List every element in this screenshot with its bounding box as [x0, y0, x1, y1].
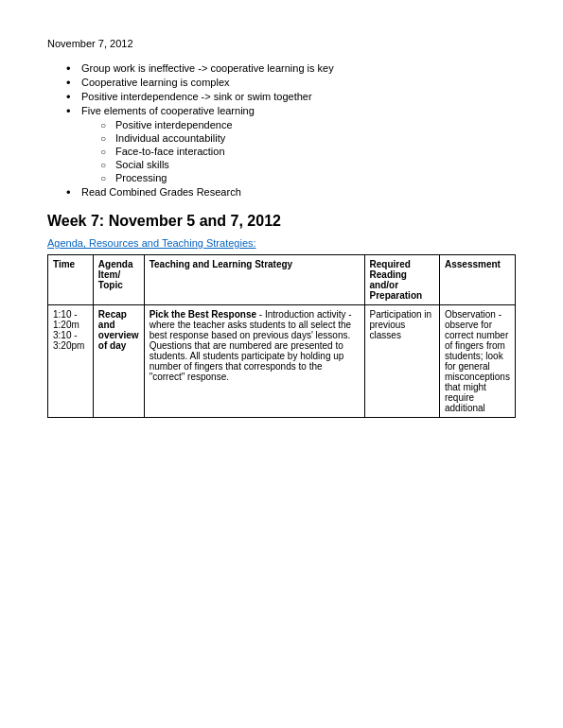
cell-required: Participation in previous classes	[364, 305, 439, 418]
sub-item-2: Individual accountability	[100, 132, 516, 144]
sub-item-4: Social skills	[100, 159, 516, 170]
cell-strategy-text: - Introduction activity - where the teac…	[150, 309, 352, 382]
date: November 7, 2012	[47, 38, 516, 49]
bullet-item-5: Read Combined Grades Research	[66, 186, 516, 198]
table-header-row: Time Agenda Item/ Topic Teaching and Lea…	[48, 255, 516, 305]
header-assessment: Assessment	[439, 255, 515, 305]
header-time: Time	[48, 255, 94, 305]
cell-strategy-bold: Pick the Best Response	[150, 309, 256, 320]
table-row: 1:10 - 1:20m 3:10 - 3:20pm Recap and ove…	[48, 305, 516, 418]
cell-agenda-bold: Recap and overview of day	[98, 309, 139, 351]
bullet-item-1: Group work is ineffective -> cooperative…	[66, 62, 516, 74]
sub-bullet-list: Positive interdependence Individual acco…	[100, 119, 516, 183]
cell-agenda: Recap and overview of day	[93, 305, 144, 418]
bullet-item-4: Five elements of cooperative learning Po…	[66, 105, 516, 183]
cell-assessment: Observation - observe for correct number…	[439, 305, 515, 418]
header-strategy: Teaching and Learning Strategy	[144, 255, 364, 305]
bullet-item-3: Positive interdependence -> sink or swim…	[66, 91, 516, 102]
sub-item-5: Processing	[100, 172, 516, 183]
cell-time: 1:10 - 1:20m 3:10 - 3:20pm	[48, 305, 94, 418]
cell-strategy: Pick the Best Response - Introduction ac…	[144, 305, 364, 418]
bullet-item-2: Cooperative learning is complex	[66, 77, 516, 88]
sub-item-1: Positive interdependence	[100, 119, 516, 130]
schedule-table: Time Agenda Item/ Topic Teaching and Lea…	[47, 254, 516, 418]
header-required: Required Reading and/or Preparation	[364, 255, 439, 305]
agenda-label: Agenda, Resources and Teaching Strategie…	[47, 237, 516, 249]
header-agenda: Agenda Item/ Topic	[93, 255, 144, 305]
main-bullet-list: Group work is ineffective -> cooperative…	[66, 62, 516, 198]
week-heading: Week 7: November 5 and 7, 2012	[47, 213, 516, 230]
sub-item-3: Face-to-face interaction	[100, 146, 516, 157]
